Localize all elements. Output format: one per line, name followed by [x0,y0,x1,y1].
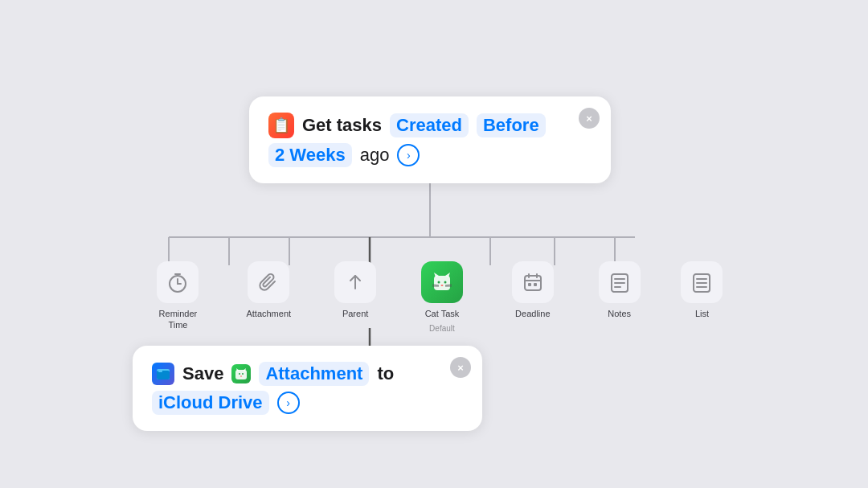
save-label: Save [182,363,223,384]
notes-label: Notes [608,308,631,319]
list-label: List [695,308,709,319]
attachment-token[interactable]: Attachment [259,362,369,386]
branch-node-notes[interactable]: Notes [592,261,648,319]
branch-node-cat-task[interactable]: Cat Task Default [410,261,474,333]
svg-rect-41 [158,369,162,372]
svg-rect-30 [534,283,537,286]
svg-rect-15 [434,276,450,290]
list-icon [681,261,723,303]
parent-label: Parent [342,308,368,319]
cat-task-sublabel: Default [429,324,455,333]
cat-task-icon [421,261,463,303]
svg-point-46 [242,373,244,375]
branch-node-reminder-time[interactable]: ReminderTime [145,261,210,331]
deadline-icon [512,261,554,303]
svg-point-45 [239,373,240,375]
expand-button[interactable]: › [397,144,420,166]
svg-point-20 [440,285,443,286]
to-label: to [377,363,394,384]
branch-nodes-container: ReminderTime Attachment Parent [133,261,743,333]
before-token[interactable]: Before [477,113,546,137]
2weeks-token[interactable]: 2 Weeks [268,143,352,167]
cat-task-label: Cat Task [425,308,460,319]
branch-node-list[interactable]: List [674,261,730,319]
reminder-time-icon [157,261,199,303]
reminders-app-icon: 📋 [268,113,294,138]
bottom-card-close-button[interactable]: × [450,357,471,378]
created-token[interactable]: Created [390,113,469,137]
svg-point-18 [437,281,440,284]
top-card-close-button[interactable]: × [579,108,600,129]
get-tasks-label: Get tasks [302,115,382,136]
svg-point-19 [444,281,446,284]
attachment-icon [248,261,289,303]
ago-text: ago [360,145,390,166]
cat-app-icon-small [231,364,251,383]
branch-node-parent[interactable]: Parent [327,261,383,319]
reminder-time-label: ReminderTime [159,308,198,331]
icloud-drive-token[interactable]: iCloud Drive [152,391,269,415]
branch-node-deadline[interactable]: Deadline [501,261,565,319]
attachment-label: Attachment [246,308,291,319]
notes-icon [599,261,641,303]
parent-icon [334,261,376,303]
svg-rect-29 [528,283,531,286]
svg-rect-25 [525,276,541,290]
deadline-label: Deadline [515,308,550,319]
canvas: 📋 Get tasks Created Before 2 Weeks ago ›… [0,0,868,488]
svg-point-47 [240,375,242,376]
files-app-icon [152,363,174,385]
expand-bottom-button[interactable]: › [277,392,300,414]
bottom-card: Save Attachment to iCloud Drive › × [133,346,482,431]
branch-node-attachment[interactable]: Attachment [236,261,301,319]
top-card: 📋 Get tasks Created Before 2 Weeks ago ›… [249,96,611,183]
